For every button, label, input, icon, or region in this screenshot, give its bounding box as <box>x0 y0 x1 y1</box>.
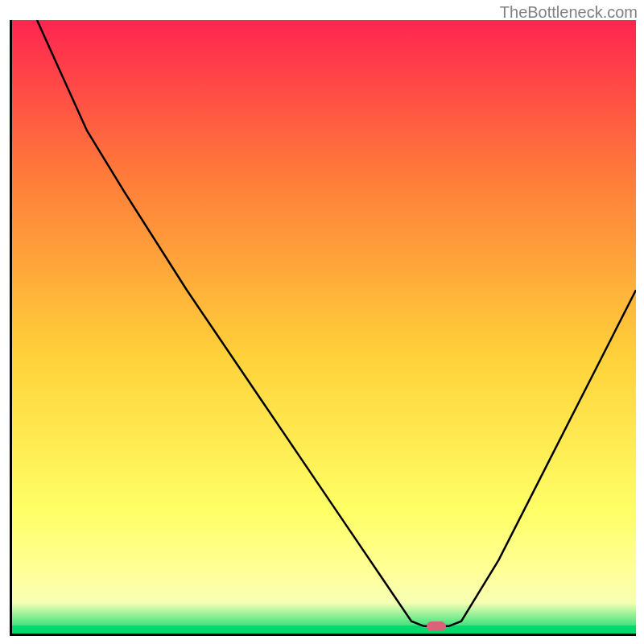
watermark-label: TheBottleneck.com <box>500 3 638 22</box>
bottleneck-curve <box>12 20 636 634</box>
plot-area <box>10 20 636 636</box>
optimal-point-marker <box>427 621 446 631</box>
bottleneck-chart: TheBottleneck.com <box>0 0 644 644</box>
